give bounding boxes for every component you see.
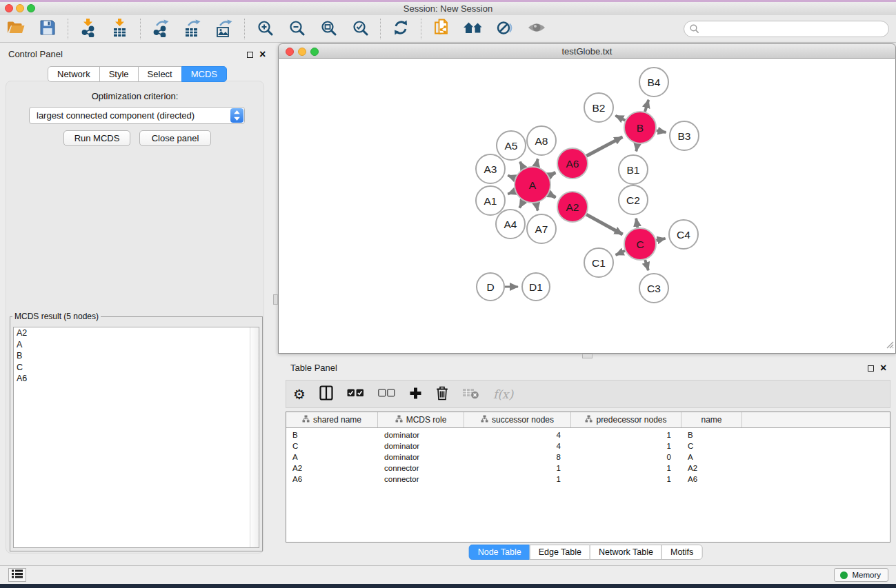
table-cell[interactable]: dominator <box>378 442 464 450</box>
network-edge-A-A3[interactable] <box>508 176 515 179</box>
table-cell[interactable]: 8 <box>464 453 571 461</box>
run-mcds-button[interactable]: Run MCDS <box>63 130 130 146</box>
show-panels-button[interactable] <box>8 568 26 582</box>
optimization-criterion-select[interactable]: largest connected component (directed) <box>29 107 245 124</box>
tab-network[interactable]: Network <box>48 66 100 82</box>
splitpane-handle[interactable] <box>273 294 278 305</box>
table-row[interactable]: Bdominator41B <box>286 429 890 440</box>
table-cell[interactable]: dominator <box>378 453 464 461</box>
network-edge-C-C4[interactable] <box>656 239 665 241</box>
column-header-predecessor-nodes[interactable]: predecessor nodes <box>571 412 681 427</box>
network-edge-A6-B[interactable] <box>586 137 622 156</box>
network-edge-C-C1[interactable] <box>616 251 626 255</box>
tab-motifs[interactable]: Motifs <box>661 545 702 560</box>
network-edge-A-A2[interactable] <box>549 194 556 198</box>
apply-layout-button[interactable] <box>390 19 411 39</box>
search-input[interactable] <box>684 21 889 37</box>
network-minimize-traffic-light[interactable] <box>298 48 306 56</box>
network-close-traffic-light[interactable] <box>286 48 294 56</box>
close-panel-icon[interactable]: × <box>880 364 886 372</box>
network-edge-A-A7[interactable] <box>536 203 537 211</box>
splitpane-handle[interactable] <box>582 354 593 358</box>
table-cell[interactable]: B <box>286 431 378 439</box>
column-header-shared-name[interactable]: shared name <box>286 412 378 427</box>
column-header-successor-nodes[interactable]: successor nodes <box>464 412 571 427</box>
table-cell[interactable]: A2 <box>286 464 378 472</box>
float-panel-icon[interactable] <box>868 365 874 372</box>
table-cell[interactable]: dominator <box>378 431 464 439</box>
mcds-result-item[interactable]: A <box>14 339 259 351</box>
network-edge-A-A6[interactable] <box>549 172 556 176</box>
table-cell[interactable]: A6 <box>681 475 742 483</box>
export-table-button[interactable] <box>182 19 203 39</box>
select-all-columns-button[interactable] <box>347 385 364 404</box>
network-edge-B-B1[interactable] <box>636 144 637 152</box>
network-canvas[interactable]: B4B2BB3A5A8A6A3B1AA1C2A2A4A7CC4C1C3DD1 <box>278 59 896 354</box>
close-panel-icon[interactable]: × <box>259 50 266 59</box>
table-cell[interactable]: connector <box>378 464 464 472</box>
deselect-all-columns-button[interactable] <box>378 385 395 404</box>
close-panel-button[interactable]: Close panel <box>139 130 211 146</box>
zoom-selected-button[interactable] <box>350 19 370 39</box>
home-button[interactable] <box>463 19 484 39</box>
table-cell[interactable]: A6 <box>286 475 378 483</box>
network-window-titlebar[interactable]: testGlobe.txt <box>278 43 896 59</box>
hide-graphics-details-button[interactable] <box>495 19 515 39</box>
table-cell[interactable]: A <box>681 453 742 461</box>
table-cell[interactable]: 1 <box>571 431 681 439</box>
tab-edge-table[interactable]: Edge Table <box>530 545 590 560</box>
zoom-out-button[interactable] <box>286 19 307 39</box>
network-edge-B-B3[interactable] <box>657 130 666 132</box>
zoom-fit-button[interactable] <box>318 19 339 39</box>
add-row-button[interactable] <box>409 385 422 404</box>
network-edge-B-B2[interactable] <box>615 116 625 121</box>
table-cell[interactable]: connector <box>378 475 464 483</box>
table-cell[interactable]: 1 <box>464 464 571 472</box>
delete-row-button[interactable] <box>436 385 448 404</box>
table-cell[interactable]: 4 <box>464 442 571 450</box>
network-edge-B-B4[interactable] <box>645 100 648 112</box>
tab-node-table[interactable]: Node Table <box>469 545 530 560</box>
table-row[interactable]: A6connector11A6 <box>286 474 890 485</box>
table-cell[interactable]: 1 <box>571 475 681 483</box>
table-cell[interactable]: 1 <box>571 464 681 472</box>
tab-select[interactable]: Select <box>138 66 182 82</box>
network-maximize-traffic-light[interactable] <box>310 48 319 56</box>
tab-style[interactable]: Style <box>99 66 139 82</box>
table-cell[interactable]: B <box>681 431 742 439</box>
table-cell[interactable]: 1 <box>464 475 571 483</box>
network-edge-A-A8[interactable] <box>536 159 537 167</box>
table-cell[interactable]: A <box>286 453 378 461</box>
delete-table-button[interactable] <box>462 385 479 404</box>
table-cell[interactable]: A2 <box>681 464 742 472</box>
table-cell[interactable]: 1 <box>571 442 681 450</box>
import-network-button[interactable] <box>78 19 99 39</box>
column-header-MCDS-role[interactable]: MCDS role <box>378 412 464 427</box>
table-cell[interactable]: C <box>286 442 378 450</box>
zoom-in-button[interactable] <box>255 19 275 39</box>
save-session-button[interactable] <box>37 19 58 39</box>
table-row[interactable]: A2connector11A2 <box>286 463 890 474</box>
tab-network-table[interactable]: Network Table <box>590 545 662 560</box>
scrollbar[interactable] <box>250 327 259 547</box>
mcds-result-list[interactable]: A2ABCA6 <box>13 327 259 548</box>
network-edge-A-A5[interactable] <box>520 162 524 169</box>
mcds-result-item[interactable]: A2 <box>14 327 259 339</box>
resize-grip-icon[interactable] <box>885 339 894 352</box>
export-image-button[interactable] <box>214 19 235 39</box>
network-edge-A2-C[interactable] <box>586 214 623 234</box>
export-network-button[interactable] <box>150 19 171 39</box>
table-cell[interactable]: C <box>681 442 742 450</box>
table-row[interactable]: Cdominator41C <box>286 440 890 452</box>
open-file-button[interactable] <box>6 19 26 39</box>
table-settings-button[interactable]: ⚙ <box>293 385 306 404</box>
network-edge-C-C2[interactable] <box>636 219 637 228</box>
network-edge-A-A1[interactable] <box>508 192 515 194</box>
mcds-result-item[interactable]: C <box>14 362 259 374</box>
table-row[interactable]: Adominator80A <box>286 452 890 463</box>
column-header-name[interactable]: name <box>681 412 742 427</box>
float-panel-icon[interactable] <box>247 52 253 58</box>
mcds-result-item[interactable]: B <box>14 350 259 362</box>
mcds-result-item[interactable]: A6 <box>14 373 259 385</box>
network-edge-C-C3[interactable] <box>645 260 648 270</box>
